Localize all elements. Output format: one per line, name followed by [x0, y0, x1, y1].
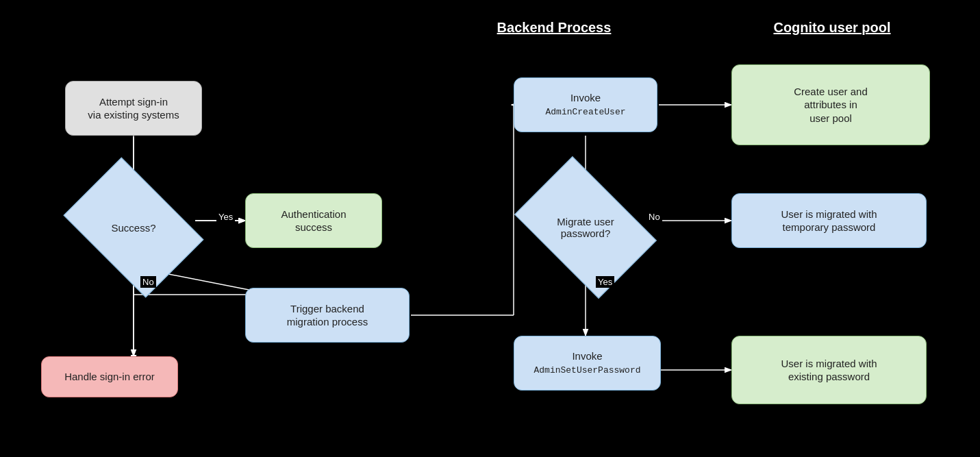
- diagram-container: Backend Process Cognito user pool Attemp…: [0, 0, 980, 457]
- yes-label-success: Yes: [216, 211, 235, 223]
- success-diamond-label: Success?: [75, 186, 192, 269]
- success-diamond: Success?: [75, 186, 192, 269]
- handle-error-box: Handle sign-in error: [41, 356, 178, 397]
- cognito-header: Cognito user pool: [726, 20, 938, 36]
- attempt-signin-box: Attempt sign-invia existing systems: [65, 81, 202, 136]
- migrate-diamond-label: Migrate userpassword?: [526, 186, 645, 269]
- trigger-backend-box: Trigger backendmigration process: [245, 288, 410, 343]
- backend-process-header: Backend Process: [475, 20, 633, 36]
- invoke-setpwd-box: InvokeAdminSetUserPassword: [514, 336, 661, 391]
- migrated-temp-box: User is migrated withtemporary password: [731, 193, 927, 248]
- no-label-success: No: [140, 276, 156, 288]
- invoke-create-box: InvokeAdminCreateUser: [514, 77, 657, 132]
- no-label-migrate: No: [646, 211, 662, 223]
- migrated-existing-box: User is migrated withexisting password: [731, 336, 927, 404]
- yes-label-migrate: Yes: [596, 276, 614, 288]
- create-user-pool-box: Create user andattributes inuser pool: [731, 64, 930, 145]
- migrate-diamond: Migrate userpassword?: [526, 186, 645, 269]
- auth-success-box: Authenticationsuccess: [245, 193, 382, 248]
